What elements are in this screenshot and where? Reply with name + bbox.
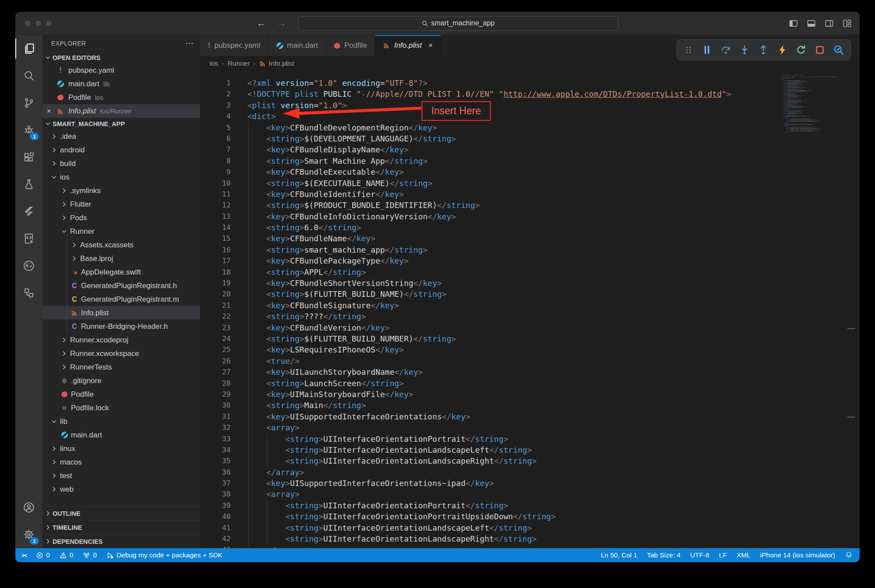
tree-item-.symlinks[interactable]: .symlinks xyxy=(42,184,200,197)
tree-item-.idea[interactable]: .idea xyxy=(42,130,200,143)
tree-item-lib[interactable]: lib xyxy=(42,415,200,428)
breadcrumb-item-Runner[interactable]: Runner xyxy=(228,60,250,67)
status-item-0[interactable]: 0 xyxy=(83,548,97,562)
tree-item-Runner.xcworkspace[interactable]: Runner.xcworkspace xyxy=(42,347,200,360)
tab-main.dart[interactable]: main.dart xyxy=(269,35,327,56)
status-item-lf[interactable]: LF xyxy=(719,548,727,562)
open-editor-main.dart[interactable]: main.dartlib xyxy=(42,77,200,91)
timeline-section-header[interactable]: TIMELINE xyxy=(42,520,200,534)
badge: 1 xyxy=(30,133,39,140)
step-into-icon[interactable] xyxy=(739,45,750,55)
chevron-right-icon xyxy=(60,215,67,222)
step-out-icon[interactable] xyxy=(758,45,769,55)
tree-item-ios[interactable]: ios xyxy=(42,170,200,184)
tree-item-Podfile[interactable]: Podfile xyxy=(42,387,200,401)
step-over-icon[interactable] xyxy=(720,45,731,55)
tree-item-Runner.xcodeproj[interactable]: Runner.xcodeproj xyxy=(42,333,200,347)
status-item-bell[interactable] xyxy=(845,548,853,562)
tree-item-Podfile.lock[interactable]: ≡Podfile.lock xyxy=(42,401,200,415)
tree-item-test[interactable]: test xyxy=(42,469,200,482)
tab-label: Info.plist xyxy=(394,41,422,50)
open-editors-header[interactable]: OPEN EDITORS xyxy=(42,52,200,63)
tree-item-main.dart[interactable]: main.dart xyxy=(42,428,200,442)
status-item-xml[interactable]: XML xyxy=(737,548,751,562)
tab-pubspec.yaml[interactable]: !pubspec.yaml xyxy=(200,35,269,56)
close-icon[interactable]: × xyxy=(429,41,433,50)
pause-icon[interactable] xyxy=(702,45,712,55)
tab-Podfile[interactable]: Podfile xyxy=(326,35,375,56)
breadcrumb-item-Info.plist[interactable]: Info.plist xyxy=(259,60,294,67)
activity-item-settings[interactable]: 1 xyxy=(15,521,42,548)
tree-item-linux[interactable]: linux xyxy=(42,442,200,455)
restart-icon[interactable] xyxy=(796,45,806,55)
customize-layout-icon[interactable] xyxy=(843,19,852,28)
open-editor-detail: ios xyxy=(95,94,103,101)
close-window-button[interactable] xyxy=(25,21,31,26)
status-item-ln-50-col-1[interactable]: Ln 50, Col 1 xyxy=(601,548,637,562)
tree-item-AppDelegate.swift[interactable]: AppDelegate.swift xyxy=(42,265,200,279)
activity-item-references[interactable] xyxy=(15,279,42,306)
tree-item-Base.lproj[interactable]: Base.lproj xyxy=(42,252,200,265)
toggle-secondary-sidebar-icon[interactable] xyxy=(825,19,834,28)
status-item-tab-size-4[interactable]: Tab Size: 4 xyxy=(647,548,681,562)
tree-item-.gitignore[interactable]: .gitignore xyxy=(42,374,200,387)
tree-item-android[interactable]: android xyxy=(42,143,200,157)
status-item-0[interactable]: 0 xyxy=(36,548,50,562)
indent-guide xyxy=(248,233,249,244)
project-section-header[interactable]: SMART_MACHINE_APP xyxy=(42,118,200,130)
activity-item-accounts[interactable] xyxy=(15,494,42,521)
dependencies-section-header[interactable]: DEPENDENCIES xyxy=(42,534,200,548)
toggle-panel-icon[interactable] xyxy=(807,19,816,28)
navigate-forward-icon[interactable]: → xyxy=(278,18,287,28)
vertical-scrollbar[interactable] xyxy=(844,71,857,548)
activity-item-search[interactable] xyxy=(15,62,42,89)
minimize-window-button[interactable] xyxy=(35,21,41,26)
status-item-utf-8[interactable]: UTF-8 xyxy=(690,548,710,562)
toggle-primary-sidebar-icon[interactable] xyxy=(789,19,798,28)
command-center-search[interactable]: smart_machine_app xyxy=(298,16,618,31)
more-actions-icon[interactable]: ⋯ xyxy=(186,39,194,48)
tree-item-Pods[interactable]: Pods xyxy=(42,211,200,225)
git-file-icon xyxy=(60,379,68,383)
activity-item-run-debug[interactable]: 1 xyxy=(15,116,42,144)
activity-item-testing[interactable] xyxy=(15,171,42,198)
tree-item-Runner-Bridging-Header.h[interactable]: CRunner-Bridging-Header.h xyxy=(42,320,200,333)
tree-item-GeneratedPluginRegistrant.h[interactable]: CGeneratedPluginRegistrant.h xyxy=(42,279,200,292)
outline-section-header[interactable]: OUTLINE xyxy=(42,506,200,520)
code-text: <string>UIInterfaceOrientationPortrait</… xyxy=(231,500,508,511)
open-editor-pubspec.yaml[interactable]: !pubspec.yaml xyxy=(42,63,200,77)
close-icon[interactable]: × xyxy=(42,107,56,116)
stop-icon[interactable] xyxy=(815,45,825,55)
navigate-back-icon[interactable]: ← xyxy=(257,18,266,28)
activity-item-explorer[interactable] xyxy=(15,35,42,62)
zoom-window-button[interactable] xyxy=(46,21,52,26)
tree-item-GeneratedPluginRegistrant.m[interactable]: CGeneratedPluginRegistrant.m xyxy=(42,292,200,306)
breadcrumb-item-ios[interactable]: ios xyxy=(210,60,218,67)
tree-item-Assets.xcassets[interactable]: Assets.xcassets xyxy=(42,238,200,252)
status-item-0[interactable]: 0 xyxy=(60,548,74,562)
activity-item-github[interactable] xyxy=(15,252,42,279)
status-item-debug-my-code-packages-sdk[interactable]: Debug my code + packages + SDK xyxy=(106,548,222,562)
overview-ruler-mark xyxy=(847,416,855,418)
activity-item-extensions[interactable] xyxy=(15,144,42,171)
code-editor[interactable]: 1<?xml version="1.0" encoding="UTF-8"?>2… xyxy=(200,71,860,548)
tree-item-macos[interactable]: macos xyxy=(42,455,200,469)
code-text: <string>UIInterfaceOrientationLandscapeR… xyxy=(231,455,537,466)
tree-item-Runner[interactable]: Runner xyxy=(42,225,200,238)
tree-item-RunnerTests[interactable]: RunnerTests xyxy=(42,360,200,374)
tree-item-Info.plist[interactable]: Info.plist xyxy=(42,306,200,320)
tab-Info.plist[interactable]: Info.plist× xyxy=(375,35,441,56)
status-item-remote[interactable]: >< xyxy=(21,548,26,562)
minimap[interactable]: <?xml version="1.0" encoding="UTF-8"?><!… xyxy=(781,74,837,320)
open-editor-Podfile[interactable]: Podfileios xyxy=(42,91,200,104)
open-editor-Info.plist[interactable]: ×Info.plistios/Runner xyxy=(42,104,200,118)
tree-item-Flutter[interactable]: Flutter xyxy=(42,197,200,211)
activity-item-flutter[interactable] xyxy=(15,198,42,225)
tree-item-build[interactable]: build xyxy=(42,157,200,170)
tree-item-web[interactable]: web xyxy=(42,482,200,496)
activity-item-source-control[interactable] xyxy=(15,89,42,116)
activity-item-devtools-page[interactable] xyxy=(15,225,42,252)
hot-reload-icon[interactable] xyxy=(777,45,787,55)
widget-inspector-icon[interactable] xyxy=(833,45,844,55)
status-item-iphone-14-ios-simulator-[interactable]: iPhone 14 (ios simulator) xyxy=(760,548,835,562)
